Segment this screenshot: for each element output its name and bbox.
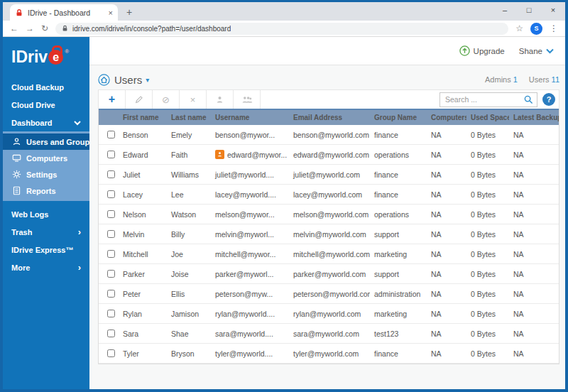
title-dropdown-icon[interactable]: ▾	[146, 76, 149, 84]
cell-latest-backup: NA	[509, 131, 559, 139]
cell-computers: NA	[427, 330, 466, 338]
user-group-button[interactable]	[234, 90, 261, 109]
close-icon[interactable]: ×	[541, 2, 565, 18]
back-icon[interactable]: ←	[10, 24, 18, 33]
column-header-latest-backup[interactable]: Latest Backup	[509, 114, 559, 121]
sidebar-item-web-logs[interactable]: Web Logs	[3, 205, 89, 223]
search-input[interactable]	[439, 92, 537, 107]
sidebar-item-settings[interactable]: Settings	[3, 166, 89, 183]
upgrade-button[interactable]: Upgrade	[459, 45, 505, 56]
table-row[interactable]: Parker Joise parker@myworl... parker@myw…	[99, 264, 559, 284]
column-header-used-space[interactable]: Used Space	[466, 114, 509, 121]
cell-first-name: Nelson	[119, 210, 167, 219]
row-checkbox[interactable]	[107, 131, 115, 138]
sidebar-item-cloud-drive[interactable]: Cloud Drive	[3, 96, 89, 114]
table-row[interactable]: Melvin Billy melvin@myworl... melvin@myw…	[99, 224, 559, 244]
sidebar-item-label: Settings	[26, 170, 57, 179]
row-checkbox[interactable]	[107, 170, 115, 178]
users-count-value[interactable]: 11	[552, 75, 559, 84]
column-header-group[interactable]: Group Name	[370, 114, 427, 121]
logo-registered-mark: ®	[65, 48, 69, 55]
table-row[interactable]: Peter Ellis peterson@myw... peterson@myw…	[99, 284, 559, 304]
cell-email: benson@myworld.com	[289, 131, 370, 139]
cell-used-space: 0 Bytes	[466, 270, 509, 278]
table-row[interactable]: Rylan Jamison rylan@myworld.... rylan@my…	[99, 304, 559, 324]
cell-last-name: Billy	[167, 230, 211, 239]
column-header-email[interactable]: Email Address	[289, 114, 370, 121]
row-checkbox[interactable]	[107, 190, 115, 198]
bookmark-star-icon[interactable]: ☆	[515, 23, 523, 33]
single-user-button[interactable]	[207, 90, 234, 109]
cell-used-space: 0 Bytes	[466, 170, 509, 179]
username-text: benson@mywor...	[215, 131, 275, 139]
sidebar-item-users-and-groups[interactable]: Users and Groups	[3, 134, 89, 150]
column-header-username[interactable]: Username	[211, 114, 289, 121]
profile-avatar[interactable]: S	[530, 23, 542, 35]
table-row[interactable]: Lacey Lee lacey@myworld.... lacey@myworl…	[99, 185, 559, 205]
sidebar-item-label: Cloud Drive	[11, 101, 55, 109]
browser-tab[interactable]: IDrive - Dashboard ×	[10, 4, 118, 21]
home-icon[interactable]	[98, 74, 110, 86]
row-checkbox[interactable]	[107, 210, 115, 218]
address-bar[interactable]: idrive.com/idrive/in/console?path=/user/…	[55, 23, 508, 35]
sidebar-item-dashboard[interactable]: Dashboard	[3, 114, 89, 131]
column-header-computers[interactable]: Computers	[427, 114, 466, 121]
users-count: Users11	[529, 75, 559, 84]
cell-username: melson@mywor...	[211, 210, 289, 219]
column-header-last-name[interactable]: Last name	[167, 114, 211, 121]
sidebar-item-more[interactable]: More ›	[3, 258, 89, 276]
cell-used-space: 0 Bytes	[466, 230, 509, 239]
tab-close-icon[interactable]: ×	[109, 9, 113, 17]
maximize-icon[interactable]: □	[517, 2, 541, 18]
idrive-logo: IDrive®	[3, 37, 89, 78]
users-label: Users	[529, 75, 550, 84]
admins-count-value[interactable]: 1	[513, 75, 518, 84]
row-checkbox[interactable]	[107, 330, 115, 337]
edit-user-button[interactable]	[126, 90, 153, 109]
computer-icon	[12, 153, 21, 163]
help-button[interactable]: ?	[542, 93, 555, 106]
row-checkbox[interactable]	[107, 310, 115, 317]
sidebar-item-reports[interactable]: Reports	[3, 183, 89, 199]
account-menu[interactable]: Shane	[519, 47, 554, 55]
row-checkbox[interactable]	[107, 151, 115, 158]
delete-user-button[interactable]: ×	[180, 90, 207, 109]
search-icon[interactable]	[524, 95, 533, 104]
cell-computers: NA	[427, 190, 466, 199]
table-row[interactable]: Benson Emely benson@mywor... benson@mywo…	[99, 125, 559, 145]
forward-icon[interactable]: →	[26, 24, 34, 33]
browser-menu-icon[interactable]: ⋮	[550, 23, 558, 33]
new-tab-button[interactable]: +	[126, 6, 132, 18]
row-checkbox[interactable]	[107, 270, 115, 278]
row-checkbox-cell	[99, 349, 119, 357]
top-strip: Upgrade Shane	[89, 37, 565, 65]
row-checkbox[interactable]	[107, 250, 115, 258]
row-checkbox[interactable]	[107, 230, 115, 238]
add-user-button[interactable]: +	[99, 90, 126, 109]
row-checkbox[interactable]	[107, 290, 115, 298]
pencil-icon	[135, 95, 143, 104]
disable-user-button[interactable]: ⊘	[153, 90, 180, 109]
cell-computers: NA	[427, 270, 466, 278]
table-row[interactable]: Juliet Williams juliet@myworld.... julie…	[99, 165, 559, 185]
cell-username: lacey@myworld....	[211, 190, 289, 199]
column-header-first-name[interactable]: First name	[119, 114, 167, 121]
table-row[interactable]: Nelson Watson melson@mywor... melson@myw…	[99, 205, 559, 224]
sidebar-item-computers[interactable]: Computers	[3, 150, 89, 166]
sidebar-item-idrive-express[interactable]: IDrive Express™	[3, 241, 89, 258]
reload-icon[interactable]: ↻	[41, 24, 48, 33]
sidebar-item-label: Computers	[26, 154, 67, 163]
table-row[interactable]: Edward Faith edward@mywor... edward@mywo…	[99, 145, 559, 165]
sidebar-item-trash[interactable]: Trash ›	[3, 223, 89, 241]
table-row[interactable]: Sara Shae sara@myworld.... sara@myworld.…	[99, 324, 559, 344]
table-row[interactable]: Mitchell Joe mitchell@mywor... mitchell@…	[99, 244, 559, 264]
cell-email: sara@myworld.com	[289, 330, 370, 338]
row-checkbox-cell	[99, 170, 119, 178]
row-checkbox[interactable]	[107, 349, 115, 357]
minimize-icon[interactable]: –	[493, 2, 517, 18]
cell-email: rylan@myworld.com	[289, 310, 370, 318]
cell-computers: NA	[427, 131, 466, 139]
sidebar-item-cloud-backup[interactable]: Cloud Backup	[3, 78, 89, 96]
row-checkbox-cell	[99, 210, 119, 218]
table-row[interactable]: Tyler Bryson tyler@myworld.... tyler@myw…	[99, 344, 559, 364]
